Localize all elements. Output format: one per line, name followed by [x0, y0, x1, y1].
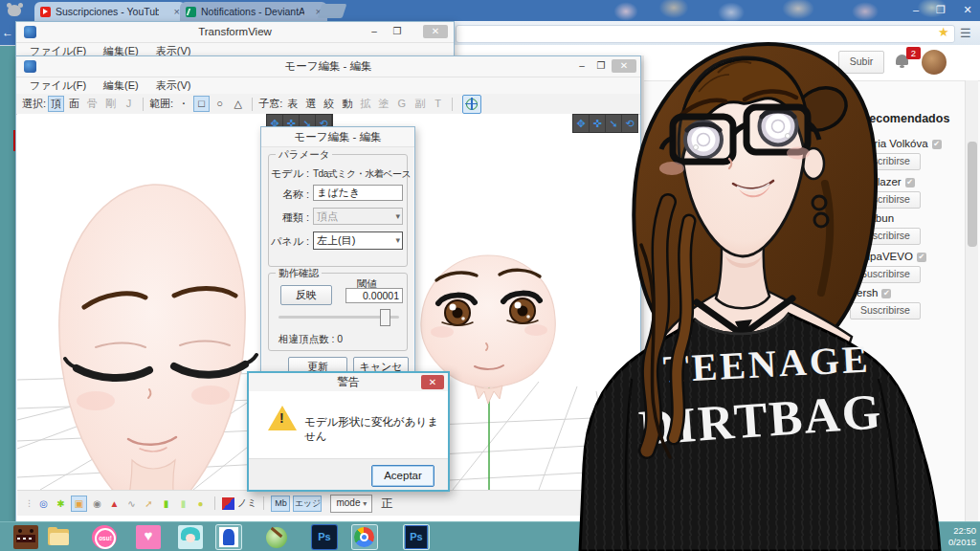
- taskbar-heart-icon[interactable]: ♥: [136, 525, 161, 549]
- slider-thumb[interactable]: [380, 309, 390, 326]
- gradient-square-icon[interactable]: [222, 497, 234, 510]
- square-select-icon[interactable]: ▣: [71, 496, 87, 512]
- childwin-select-button[interactable]: 選: [302, 96, 319, 112]
- arrow-icon[interactable]: ➚: [142, 496, 156, 511]
- morph-window-titlebar[interactable]: モーフ編集 - 編集 – ❐ ✕: [16, 56, 640, 77]
- dropdown-icon: ▾: [395, 209, 400, 224]
- warning-footer: Aceptar: [249, 458, 448, 490]
- taskbar-osu-icon[interactable]: osu!: [92, 525, 117, 549]
- mb-button[interactable]: Mb: [271, 496, 290, 512]
- new-tab-button[interactable]: [318, 4, 347, 18]
- dropdown-icon: ▾: [395, 232, 400, 248]
- taskbar-domo-icon[interactable]: [13, 525, 38, 549]
- edge-button[interactable]: エッジ: [293, 496, 322, 512]
- browser-profile-icon[interactable]: [4, 3, 29, 18]
- sei-label: 正: [381, 496, 392, 512]
- blush: [431, 326, 454, 338]
- apply-button[interactable]: 反映: [280, 285, 332, 305]
- childwin-sub-button[interactable]: 副: [412, 96, 428, 112]
- gizmo-toggle-button[interactable]: [462, 95, 481, 114]
- dialog-title: モーフ編集 - 編集: [261, 127, 414, 146]
- maximize-button[interactable]: ❐: [389, 25, 406, 38]
- childwin-table-button[interactable]: 表: [284, 96, 301, 112]
- morph-window-menubar: ファイル(F) 編集(E) 表示(V): [16, 77, 640, 94]
- blush: [191, 386, 230, 405]
- range-point-button[interactable]: ・: [175, 96, 191, 112]
- taskbar-photoshop-icon[interactable]: Ps: [312, 525, 337, 549]
- taskbar-chrome-icon[interactable]: [352, 525, 377, 549]
- taskbar-photoshop2-icon[interactable]: Ps: [404, 525, 429, 549]
- select-rigid-button[interactable]: 剛: [102, 96, 119, 112]
- warning-icon: [268, 406, 297, 430]
- check-group: 動作確認 反映 閾値 0.00001 相違頂点数 : 0: [268, 273, 408, 351]
- type-dropdown[interactable]: 頂点▾: [313, 208, 403, 225]
- name-label: 名称 :: [271, 187, 309, 202]
- menu-file[interactable]: ファイル(F): [30, 78, 86, 93]
- childwin-move-button[interactable]: 動: [339, 96, 355, 112]
- taskbar-mmd-icon[interactable]: [216, 525, 241, 549]
- capsule-icon[interactable]: ▮: [176, 496, 190, 511]
- transformview-titlebar[interactable]: TransformView – ❐ ✕: [16, 22, 454, 43]
- childwin-expand-button[interactable]: 拡: [357, 96, 373, 112]
- select-joint-button[interactable]: J: [121, 96, 137, 112]
- panel-label: パネル :: [271, 234, 309, 249]
- accept-button[interactable]: Aceptar: [371, 465, 434, 487]
- mode-dropdown[interactable]: mode ▾: [330, 495, 372, 513]
- morph-dialog: モーフ編集 - 編集 パラメータ モデル : Tda式ミク・水着ベース 名称 :…: [260, 126, 415, 385]
- back-button[interactable]: ←: [0, 21, 15, 45]
- taskbar-explorer-icon[interactable]: [46, 525, 71, 549]
- tab-label: Notifications - DeviantArt: [201, 6, 304, 17]
- back-icon: ←: [2, 26, 13, 39]
- range-polygon-button[interactable]: △: [230, 96, 246, 112]
- minimize-button[interactable]: –: [366, 25, 383, 38]
- select-bone-button[interactable]: 骨: [84, 96, 100, 112]
- warning-message: モデル形状に変化がありません: [304, 415, 448, 444]
- taskbar-miku-icon[interactable]: [178, 525, 203, 549]
- warning-titlebar[interactable]: 警告 ✕: [249, 373, 448, 391]
- close-button[interactable]: ✕: [423, 25, 448, 38]
- warning-dialog: 警告 ✕ モデル形状に変化がありません Aceptar: [247, 371, 450, 492]
- ball-icon[interactable]: ●: [193, 496, 208, 511]
- desktop: Suscripciones - YouTube × Notifications …: [0, 0, 980, 551]
- panel-dropdown[interactable]: 左上(目)▾: [313, 231, 403, 250]
- type-label: 種類 :: [271, 210, 309, 225]
- taskbar-paint-icon[interactable]: [264, 525, 289, 549]
- morph-name-input[interactable]: まばたき: [313, 185, 403, 201]
- diff-count: 相違頂点数 : 0: [278, 333, 343, 346]
- childwin-t-button[interactable]: T: [430, 96, 446, 112]
- star-icon[interactable]: ✱: [54, 496, 68, 511]
- youtube-icon: [40, 7, 51, 17]
- deviantart-icon: [186, 7, 196, 17]
- threshold-input[interactable]: 0.00001: [345, 288, 403, 303]
- range-label: 範囲:: [149, 97, 173, 111]
- target-icon[interactable]: ◎: [36, 496, 51, 511]
- blush: [77, 391, 115, 410]
- blush: [787, 147, 810, 160]
- editor-bottom-toolbar: ⋮ ◎ ✱ ▣ ◉ ▲ ∿ ➚ ▮ ▮ ● ノミ Mb エッジ mode ▾ 正: [17, 490, 646, 516]
- capsule-icon[interactable]: ▮: [159, 496, 173, 511]
- blush: [524, 324, 547, 336]
- childwin-label: 子窓:: [258, 97, 282, 111]
- tab-youtube[interactable]: Suscripciones - YouTube ×: [34, 2, 186, 21]
- menu-edit[interactable]: 編集(E): [103, 78, 139, 93]
- childwin-paint-button[interactable]: 塗: [375, 96, 391, 112]
- range-circle-button[interactable]: ○: [212, 96, 228, 112]
- morph-dialog-titlebar[interactable]: モーフ編集 - 編集: [261, 127, 414, 147]
- model-label: モデル :: [271, 166, 309, 181]
- triangle-icon[interactable]: ▲: [107, 496, 122, 511]
- menu-view[interactable]: 表示(V): [156, 78, 191, 93]
- select-face-button[interactable]: 面: [66, 96, 82, 112]
- anime-girl-overlay: TEENAGE DIRTBAG: [574, 15, 980, 551]
- circle-icon[interactable]: ◉: [90, 496, 104, 511]
- tab-deviantart[interactable]: Notifications - DeviantArt ×: [180, 2, 327, 21]
- range-rect-button[interactable]: □: [193, 96, 210, 112]
- childwin-g-button[interactable]: G: [393, 96, 410, 112]
- wave-icon[interactable]: ∿: [124, 496, 139, 511]
- select-vertex-button[interactable]: 頂: [48, 96, 64, 112]
- nomi-label[interactable]: ノミ: [237, 496, 256, 510]
- model-face-closed-eyes: [40, 173, 265, 490]
- warning-title: 警告: [249, 373, 448, 391]
- model-value: Tda式ミク・水着ベース: [313, 167, 405, 181]
- childwin-filter-button[interactable]: 絞: [321, 96, 337, 112]
- warning-close-button[interactable]: ✕: [421, 375, 444, 389]
